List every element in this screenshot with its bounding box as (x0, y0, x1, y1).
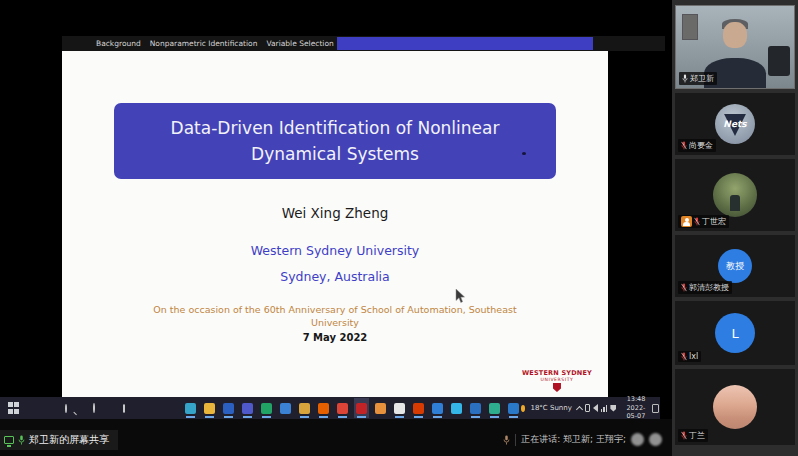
nets-logo-text: Nets (723, 119, 746, 129)
task-view-icon[interactable] (123, 404, 125, 413)
slide-nav-bar: Background Nonparametric Identification … (62, 36, 665, 51)
participant-label: 郭清彭教授 (678, 281, 732, 294)
participant-label: lxl (678, 351, 701, 362)
participant-name: 尚要金 (689, 140, 713, 151)
participant-avatar-initials: L (715, 313, 755, 353)
slide-title-line2: Dynamical Systems (251, 141, 419, 167)
university-logo: WESTERN SYDNEY UNIVERSITY (522, 369, 592, 392)
battery-icon (585, 404, 590, 412)
taskbar-icon-app-blue[interactable] (278, 398, 293, 418)
person-badge-icon (681, 216, 692, 227)
active-speaker-text: 正在讲话: 郑卫新; 王翔宇; (521, 433, 626, 446)
screen-share-banner-text: 郑卫新的屏幕共享 (29, 433, 109, 447)
taskbar-icon-app-orange[interactable] (411, 398, 426, 418)
participant-label: 尚要金 (678, 139, 716, 152)
participant-label: 丁兰 (678, 429, 708, 442)
network-icon[interactable] (601, 405, 608, 412)
slide-affiliation: Western Sydney University (62, 243, 608, 258)
laser-pointer-dot (522, 152, 526, 155)
video-background-frame (682, 14, 698, 40)
participant-name: 郑卫新 (690, 73, 714, 84)
taskbar-icon-notepad[interactable] (392, 398, 407, 418)
participant-avatar (713, 385, 757, 429)
taskbar-icon-app-blue3[interactable] (468, 398, 483, 418)
slide-affiliation-city: Sydney, Australia (62, 269, 608, 284)
menu-item-background[interactable]: Background (96, 39, 141, 48)
menu-item-variable-selection[interactable]: Variable Selection (266, 39, 333, 48)
taskbar-icon-acrobat[interactable] (354, 398, 369, 418)
system-tray: 18°C Sunny 13:48 2022-05-07 (521, 395, 664, 421)
taskbar-icon-app-blue2[interactable] (430, 398, 445, 418)
speaking-mic-icon (503, 435, 510, 445)
meeting-status-bar: 郑卫新的屏幕共享 正在讲话: 郑卫新; 王翔宇; (0, 419, 672, 456)
taskbar-icon-excel[interactable] (259, 398, 274, 418)
taskbar-icon-app-teal[interactable] (487, 398, 502, 418)
participant-avatar: Nets (715, 104, 755, 144)
presentation-slide: Data-Driven Identification of Nonlinear … (62, 51, 608, 397)
taskbar-icon-app-blue4[interactable] (506, 398, 521, 418)
slide-author: Wei Xing Zheng (62, 205, 608, 221)
slide-occasion: On the occasion of the 60th Anniversary … (62, 304, 608, 330)
taskbar-icon-teams[interactable] (240, 398, 255, 418)
participant-tile-zhengweixin[interactable]: 郑卫新 (675, 5, 795, 89)
taskbar-icon-skype[interactable] (449, 398, 464, 418)
slide-title-box: Data-Driven Identification of Nonlinear … (114, 103, 556, 179)
participant-tile-dinglan[interactable]: 丁兰 (675, 369, 795, 445)
clock-time: 13:48 (627, 395, 646, 403)
screen-share-banner: 郑卫新的屏幕共享 (0, 430, 118, 450)
mic-icon (18, 435, 25, 445)
menu-item-nonparametric[interactable]: Nonparametric Identification (150, 39, 258, 48)
participant-label: 郑卫新 (679, 72, 717, 85)
tray-status-icons[interactable] (577, 404, 617, 412)
participant-name: 丁兰 (689, 430, 705, 441)
mic-on-icon (682, 74, 688, 83)
slide-date: 7 May 2022 (62, 332, 608, 343)
mic-muted-icon (681, 141, 687, 150)
taskbar-icon-photos[interactable] (297, 398, 312, 418)
participant-name: 丁世宏 (702, 216, 726, 227)
cortana-icon[interactable] (93, 403, 95, 413)
participant-tile-lxl[interactable]: L lxl (675, 301, 795, 365)
participant-tile-professor[interactable]: 教授 郭清彭教授 (675, 235, 795, 297)
mic-muted-icon (681, 431, 687, 440)
speaker-icon[interactable] (593, 404, 598, 412)
participant-name: 郭清彭教授 (689, 282, 729, 293)
action-center-icon[interactable] (652, 404, 658, 413)
tray-expand-icon[interactable] (576, 405, 583, 412)
weather-sun-icon (521, 405, 525, 412)
taskbar-icon-edge[interactable] (183, 398, 198, 418)
weather-text[interactable]: 18°C Sunny (530, 404, 571, 412)
taskbar-app-icons (183, 398, 521, 418)
speaker-avatar (631, 433, 644, 446)
participant-name: lxl (689, 352, 698, 361)
search-icon[interactable] (65, 404, 67, 413)
taskbar-icon-office[interactable] (373, 398, 388, 418)
divider (515, 434, 516, 446)
monitor-icon (4, 436, 14, 444)
participant-label: 丁世宏 (678, 215, 729, 228)
participant-avatar-initials: 教授 (718, 249, 752, 283)
slide-occasion-line1: On the occasion of the 60th Anniversary … (153, 304, 516, 315)
avatar-photo-figure (730, 195, 740, 211)
taskbar-icon-file-explorer[interactable] (202, 398, 217, 418)
clock-date: 2022-05-07 (626, 404, 645, 421)
taskbar-icon-firefox[interactable] (316, 398, 331, 418)
slide-title-line1: Data-Driven Identification of Nonlinear (171, 115, 500, 141)
taskbar-icon-word[interactable] (221, 398, 236, 418)
windows-taskbar: 18°C Sunny 13:48 2022-05-07 (0, 397, 660, 419)
meeting-window: Background Nonparametric Identification … (0, 0, 798, 456)
slide-occasion-line2: University (311, 317, 359, 328)
participant-tile-shang[interactable]: Nets 尚要金 (675, 93, 795, 155)
mic-muted-icon (681, 283, 687, 292)
mic-muted-icon (681, 352, 687, 361)
mouse-cursor-icon (455, 289, 466, 304)
video-chair (768, 46, 790, 76)
university-logo-line1: WESTERN SYDNEY (522, 369, 592, 377)
university-shield-icon (553, 383, 561, 392)
taskbar-clock[interactable]: 13:48 2022-05-07 (621, 395, 645, 421)
start-button-icon[interactable] (8, 402, 19, 414)
participant-avatar (713, 173, 757, 217)
taskbar-icon-chrome[interactable] (335, 398, 350, 418)
participant-tile-ding[interactable]: 丁世宏 (675, 159, 795, 231)
security-shield-icon (610, 405, 616, 412)
